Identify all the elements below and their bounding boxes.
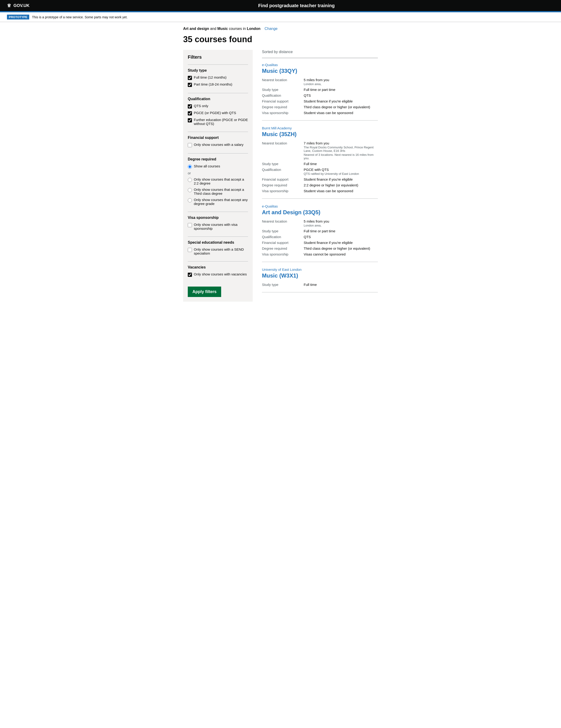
financial-support-value-1: Student finance if you're eligible [304, 99, 378, 103]
course-card-2: Burnt Mill Academy Music (35ZH) Nearest … [262, 126, 378, 199]
degree-required-label-1: Degree required [262, 105, 299, 109]
site-header: ♕ GOV.UK Find postgraduate teacher train… [0, 0, 561, 11]
study-type-value-1: Full time or part time [304, 88, 378, 92]
filters-panel: Filters Study type Full time (12 months)… [183, 50, 253, 302]
vacancies-checkbox[interactable] [188, 273, 192, 277]
sorted-by: Sorted by distance [262, 50, 378, 58]
course-name-link-3[interactable]: Art and Design (33Q5) [262, 209, 378, 216]
crown-icon: ♕ [7, 3, 11, 8]
degree-all-radio[interactable] [188, 165, 192, 169]
subject1: Art and design [183, 27, 209, 31]
qualification-value-1: QTS [304, 93, 378, 97]
visa-sponsorship-label-3: Visa sponsorship [262, 252, 299, 256]
study-type-label-3: Study type [262, 229, 299, 233]
course-details-2: Nearest location 7 miles from you The Ro… [262, 141, 378, 193]
qualification-title: Qualification [188, 97, 248, 101]
course-card-4: University of East London Music (W3X1) S… [262, 268, 378, 292]
qualification-qts-label: QTS only [194, 104, 208, 108]
change-link[interactable]: Change [265, 27, 277, 31]
degree-required-section: Degree required Show all courses or Only… [188, 153, 248, 212]
financial-support-salary-checkbox[interactable] [188, 143, 192, 147]
degree-any-radio[interactable] [188, 198, 192, 202]
qualification-label-2: Qualification [262, 168, 299, 176]
degree-two-two-radio[interactable] [188, 178, 192, 182]
degree-third[interactable]: Only show courses that accept a Third cl… [188, 188, 248, 195]
degree-any[interactable]: Only show courses that accept any degree… [188, 198, 248, 206]
vacancies-checkbox-item[interactable]: Only show courses with vacancies [188, 272, 248, 277]
qualification-fe-checkbox[interactable] [188, 118, 192, 122]
course-card-1: e-Qualitas Music (33QY) Nearest location… [262, 63, 378, 121]
financial-support-title: Financial support [188, 136, 248, 140]
financial-support-salary[interactable]: Only show courses with a salary [188, 143, 248, 147]
study-type-value-4: Full time [304, 283, 378, 287]
results-area: Sorted by distance e-Qualitas Music (33Q… [262, 50, 378, 298]
study-type-value-2: Full time [304, 162, 378, 166]
financial-support-value-2: Student finance if you're eligible [304, 177, 378, 181]
degree-required-value-3: Third class degree or higher (or equival… [304, 246, 378, 250]
degree-any-label: Only show courses that accept any degree… [194, 198, 248, 206]
study-type-parttime-checkbox[interactable] [188, 83, 192, 87]
nearest-location-value-1: 5 miles from you London area, [304, 78, 378, 86]
nearest-location-label-1: Nearest location [262, 78, 299, 86]
degree-required-label-2: Degree required [262, 183, 299, 187]
degree-third-label: Only show courses that accept a Third cl… [194, 188, 248, 195]
sen-checkbox[interactable] [188, 248, 192, 252]
nearest-location-value-3: 5 miles from you London area, [304, 219, 378, 227]
visa-sponsorship-label-2: Visa sponsorship [262, 189, 299, 193]
study-type-parttime[interactable]: Part time (18-24 months) [188, 82, 248, 87]
financial-support-section: Financial support Only show courses with… [188, 132, 248, 153]
gov-logo: ♕ GOV.UK [7, 3, 29, 8]
degree-required-value-2: 2:2 degree or higher (or equivalent) [304, 183, 378, 187]
sen-checkbox-item[interactable]: Only show courses with a SEND specialism [188, 247, 248, 255]
course-details-1: Nearest location 5 miles from you London… [262, 78, 378, 115]
qualification-label-3: Qualification [262, 235, 299, 239]
breadcrumb: Art and design and Music courses in Lond… [183, 27, 378, 31]
visa-sponsorship-label-1: Visa sponsorship [262, 111, 299, 115]
visa-sponsorship-value-2: Student visas can be sponsored [304, 189, 378, 193]
main-content: Art and design and Music courses in Lond… [176, 22, 385, 306]
study-type-fulltime-label: Full time (12 months) [194, 75, 226, 79]
content-layout: Filters Study type Full time (12 months)… [183, 50, 378, 302]
degree-two-two[interactable]: Only show courses that accept a 2:2 degr… [188, 177, 248, 185]
degree-all[interactable]: Show all courses [188, 164, 248, 169]
course-card-3: e-Qualitas Art and Design (33Q5) Nearest… [262, 204, 378, 262]
degree-third-radio[interactable] [188, 188, 192, 192]
vacancies-title: Vacancies [188, 265, 248, 269]
qualification-qts[interactable]: QTS only [188, 104, 248, 109]
study-type-fulltime[interactable]: Full time (12 months) [188, 75, 248, 80]
financial-support-label-2: Financial support [262, 177, 299, 181]
course-provider-3: e-Qualitas [262, 204, 378, 208]
study-type-fulltime-checkbox[interactable] [188, 76, 192, 80]
prototype-banner: PROTOTYPE This is a prototype of a new s… [0, 12, 561, 22]
degree-required-value-1: Third class degree or higher (or equival… [304, 105, 378, 109]
or-text: or [188, 171, 248, 175]
qualification-fe-label: Further education (PGCE or PGDE without … [194, 118, 248, 126]
qualification-pgce[interactable]: PGCE (or PGDE) with QTS [188, 111, 248, 115]
nearest-location-label-3: Nearest location [262, 219, 299, 227]
study-type-label-4: Study type [262, 283, 299, 287]
page-title: 35 courses found [183, 35, 378, 44]
qualification-fe[interactable]: Further education (PGCE or PGDE without … [188, 118, 248, 126]
nearest-location-label-2: Nearest location [262, 141, 299, 160]
vacancies-section: Vacancies Only show courses with vacanci… [188, 261, 248, 283]
visa-sponsorship-checkbox-item[interactable]: Only show courses with visa sponsorship [188, 223, 248, 230]
nearest-location-value-2: 7 miles from you The Royal Docks Communi… [304, 141, 378, 160]
course-provider-1: e-Qualitas [262, 63, 378, 67]
course-name-link-2[interactable]: Music (35ZH) [262, 131, 378, 137]
visa-sponsorship-checkbox[interactable] [188, 223, 192, 227]
qualification-pgce-label: PGCE (or PGDE) with QTS [194, 111, 236, 115]
qualification-label-1: Qualification [262, 93, 299, 97]
logo-text: GOV.UK [13, 3, 29, 8]
degree-two-two-label: Only show courses that accept a 2:2 degr… [194, 177, 248, 185]
apply-filters-button[interactable]: Apply filters [188, 287, 221, 297]
course-name-link-4[interactable]: Music (W3X1) [262, 272, 378, 279]
degree-required-label-3: Degree required [262, 246, 299, 250]
financial-support-value-3: Student finance if you're eligible [304, 241, 378, 245]
visa-sponsorship-label: Only show courses with visa sponsorship [194, 223, 248, 230]
visa-sponsorship-section: Visa sponsorship Only show courses with … [188, 212, 248, 236]
course-name-link-1[interactable]: Music (33QY) [262, 68, 378, 74]
location: London [247, 27, 261, 31]
qualification-pgce-checkbox[interactable] [188, 111, 192, 115]
sen-title: Special educational needs [188, 240, 248, 245]
qualification-qts-checkbox[interactable] [188, 104, 192, 109]
